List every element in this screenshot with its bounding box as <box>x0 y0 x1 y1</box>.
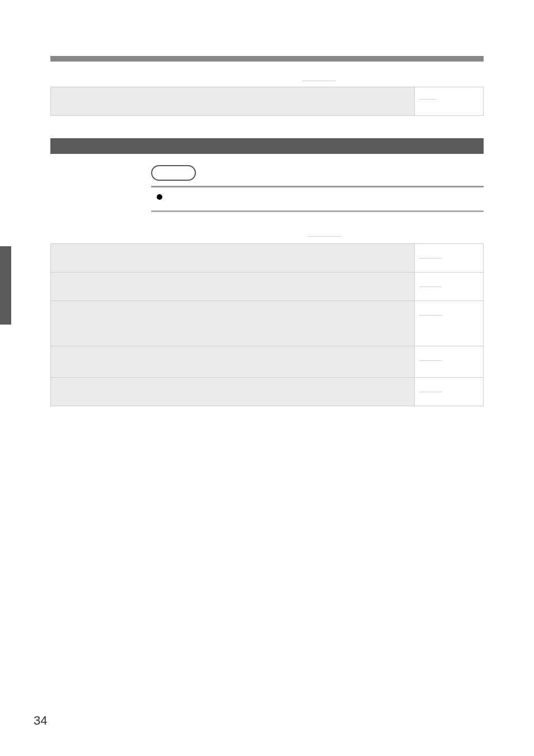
table2-label-cell <box>51 273 415 300</box>
table2-label-cell <box>51 346 415 377</box>
underline-decoration <box>419 392 442 392</box>
table2-label-cell <box>51 378 415 406</box>
underline-decoration <box>419 287 442 287</box>
side-tab <box>0 246 11 325</box>
table2-value-cell <box>415 378 483 406</box>
bullet-item <box>50 192 484 202</box>
underline-decoration <box>308 236 341 237</box>
underline-decoration <box>419 315 442 316</box>
table2-value-cell <box>415 301 483 346</box>
table2-value-cell <box>415 346 483 377</box>
underline-decoration <box>419 258 442 259</box>
table2-label-cell <box>51 301 415 346</box>
table2 <box>50 243 484 406</box>
section2-header <box>50 229 484 239</box>
underline-decoration <box>419 99 436 100</box>
page-number: 34 <box>34 713 47 728</box>
divider <box>151 186 484 187</box>
header-bar <box>50 56 484 62</box>
table2-value-cell <box>415 244 483 272</box>
divider <box>151 210 484 212</box>
table-row <box>51 378 483 406</box>
table2-value-cell <box>415 273 483 300</box>
table-row <box>51 346 483 378</box>
table1-label-cell <box>51 87 415 115</box>
button-row <box>50 165 484 183</box>
table1-value-cell <box>415 87 483 115</box>
bullet-icon <box>157 194 162 200</box>
section-title-band <box>50 138 484 154</box>
table2-label-cell <box>51 244 415 272</box>
page-content: 34 <box>0 56 534 406</box>
table-row <box>51 244 483 273</box>
underline-decoration <box>419 360 442 361</box>
pill-button-icon <box>151 165 196 181</box>
table-row <box>51 273 483 301</box>
section1-header <box>50 76 484 82</box>
underline-decoration <box>302 81 336 81</box>
table1 <box>50 87 484 116</box>
table-row <box>51 301 483 346</box>
